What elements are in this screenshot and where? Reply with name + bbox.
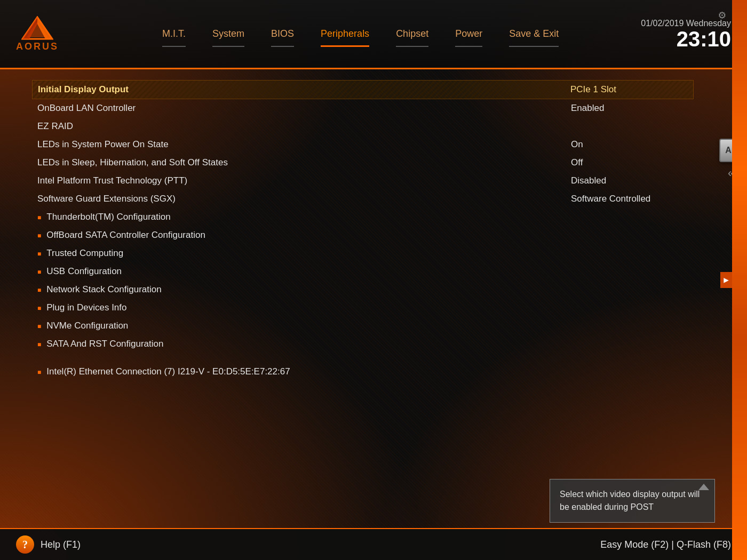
clock-time: 23:10 — [641, 28, 731, 50]
nav-item-chipset[interactable]: Chipset — [396, 24, 428, 44]
easy-mode-label[interactable]: Easy Mode (F2) | Q-Flash (F8) — [600, 539, 731, 550]
settings-panel: Initial Display Output PCIe 1 Slot OnBoa… — [0, 69, 715, 528]
onboard-lan-value: Enabled — [571, 103, 688, 114]
settings-row-initial-display[interactable]: Initial Display Output PCIe 1 Slot — [32, 80, 694, 99]
ez-raid-label: EZ RAID — [37, 121, 571, 132]
onboard-lan-label: OnBoard LAN Controller — [37, 103, 571, 114]
settings-row-ethernet[interactable]: Intel(R) Ethernet Connection (7) I219-V … — [32, 363, 694, 381]
settings-row-leds-sleep[interactable]: LEDs in Sleep, Hibernation, and Soft Off… — [32, 154, 694, 172]
spacer — [32, 353, 694, 363]
settings-row-thunderbolt[interactable]: Thunderbolt(TM) Configuration — [32, 208, 694, 226]
sgx-label: Software Guard Extensions (SGX) — [37, 194, 571, 204]
ethernet-label: Intel(R) Ethernet Connection (7) I219-V … — [37, 366, 571, 377]
help-button[interactable]: ? Help (F1) — [16, 535, 81, 554]
clock-area: 01/02/2019 Wednesday 23:10 — [641, 19, 731, 50]
settings-row-ptt[interactable]: Intel Platform Trust Technology (PTT) Di… — [32, 172, 694, 190]
sgx-value: Software Controlled — [571, 194, 688, 204]
settings-row-plug-devices[interactable]: Plug in Devices Info — [32, 299, 694, 317]
ptt-value: Disabled — [571, 175, 688, 186]
leds-power-label: LEDs in System Power On State — [37, 139, 571, 150]
nav-item-peripherals[interactable]: Peripherals — [321, 24, 369, 44]
leds-power-value: On — [571, 139, 688, 150]
settings-row-sgx[interactable]: Software Guard Extensions (SGX) Software… — [32, 190, 694, 208]
sata-rst-label: SATA And RST Configuration — [37, 339, 571, 349]
settings-row-offboard-sata[interactable]: OffBoard SATA Controller Configuration — [32, 226, 694, 244]
nav-item-bios[interactable]: BIOS — [271, 24, 294, 44]
initial-display-label: Initial Display Output — [38, 84, 570, 95]
nvme-label: NVMe Configuration — [37, 321, 571, 331]
clock-date: 01/02/2019 Wednesday — [641, 19, 731, 28]
footer-right-actions: Easy Mode (F2) | Q-Flash (F8) — [600, 539, 731, 550]
usb-config-label: USB Configuration — [37, 266, 571, 277]
nav-item-mit[interactable]: M.I.T. — [162, 24, 186, 44]
nav-item-power[interactable]: Power — [455, 24, 482, 44]
gear-icon[interactable]: ⚙ — [719, 8, 726, 22]
main-content: Initial Display Output PCIe 1 Slot OnBoa… — [0, 69, 747, 528]
plug-devices-label: Plug in Devices Info — [37, 302, 571, 313]
help-circle-icon: ? — [16, 535, 34, 554]
logo-text: AORUS — [16, 41, 59, 52]
settings-row-onboard-lan[interactable]: OnBoard LAN Controller Enabled — [32, 99, 694, 117]
nav-item-system[interactable]: System — [212, 24, 244, 44]
settings-row-ez-raid[interactable]: EZ RAID — [32, 117, 694, 135]
thunderbolt-label: Thunderbolt(TM) Configuration — [37, 212, 571, 222]
settings-row-trusted-computing[interactable]: Trusted Computing — [32, 244, 694, 262]
trusted-computing-label: Trusted Computing — [37, 248, 571, 259]
nav-item-save-exit[interactable]: Save & Exit — [509, 24, 559, 44]
leds-sleep-value: Off — [571, 157, 688, 168]
leds-sleep-label: LEDs in Sleep, Hibernation, and Soft Off… — [37, 157, 571, 168]
settings-row-leds-power[interactable]: LEDs in System Power On State On — [32, 135, 694, 154]
scrollbar-strip[interactable]: ▶ — [732, 0, 747, 560]
settings-row-usb-config[interactable]: USB Configuration — [32, 262, 694, 281]
footer-bar: ? Help (F1) Easy Mode (F2) | Q-Flash (F8… — [0, 528, 747, 560]
offboard-sata-label: OffBoard SATA Controller Configuration — [37, 230, 571, 241]
header-bar: AORUS M.I.T. System BIOS Peripherals Chi… — [0, 0, 747, 69]
ptt-label: Intel Platform Trust Technology (PTT) — [37, 175, 571, 186]
nav-menu: M.I.T. System BIOS Peripherals Chipset P… — [80, 24, 641, 44]
help-label: Help (F1) — [41, 539, 81, 550]
logo-area: AORUS — [16, 16, 59, 52]
settings-row-nvme[interactable]: NVMe Configuration — [32, 317, 694, 335]
aorus-logo-icon — [21, 16, 53, 40]
settings-row-sata-rst[interactable]: SATA And RST Configuration — [32, 335, 694, 353]
initial-display-value: PCIe 1 Slot — [570, 84, 688, 95]
settings-row-network-stack[interactable]: Network Stack Configuration — [32, 281, 694, 299]
scroll-arrow-icon[interactable]: ▶ — [720, 272, 732, 288]
network-stack-label: Network Stack Configuration — [37, 284, 571, 295]
